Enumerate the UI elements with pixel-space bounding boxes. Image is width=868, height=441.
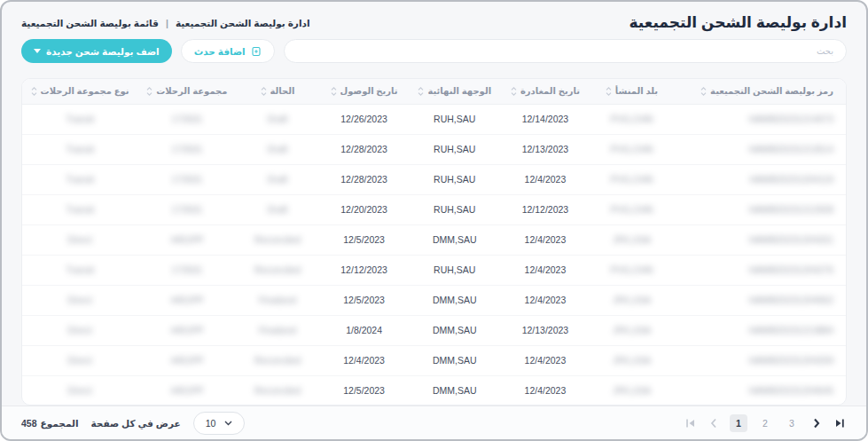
cell-group: 172931	[137, 134, 236, 164]
page-size-group: 10 عرض في كل صفحة المجموع 458	[21, 412, 245, 435]
table-row[interactable]: HAWB20231204276PVG,CHN12/4/2023RUH,SAU12…	[22, 255, 846, 285]
cell-origin: JFK,USA	[590, 224, 673, 255]
column-header-code[interactable]: رمز بوليصة الشحن التجميعية	[673, 79, 846, 104]
cell-destination: RUH,SAU	[410, 164, 500, 194]
table-row[interactable]: HAWB20231213514PVG,CHN12/13/2023RUH,SAU1…	[22, 134, 846, 164]
table-body: HAWB20231214073PVG,CHN12/14/2023RUH,SAU1…	[22, 104, 846, 406]
cell-destination: DMM,SAU	[410, 315, 500, 345]
column-header-destination[interactable]: الوجهة النهائية	[410, 79, 500, 104]
pagination: 123	[684, 414, 847, 432]
first-page-button[interactable]	[684, 416, 698, 430]
cell-departure: 12/4/2023	[500, 224, 590, 255]
page-numbers: 123	[730, 414, 801, 432]
total-value: 458	[21, 418, 37, 429]
table-row[interactable]: HAWB20231204562JFK,USA12/4/2023DMM,SAU12…	[22, 285, 846, 315]
add-event-icon	[251, 45, 262, 57]
sort-icon[interactable]	[700, 86, 707, 97]
prev-page-button[interactable]	[708, 416, 719, 430]
cell-departure: 12/14/2023	[500, 104, 590, 134]
sort-icon[interactable]	[261, 86, 267, 97]
column-label-departure: تاريخ المغادرة	[520, 86, 580, 96]
column-label-origin: بلد المنشأ	[615, 86, 658, 96]
cell-departure: 12/13/2023	[500, 134, 590, 164]
add-new-bol-button[interactable]: اضف بوليصة شحن جديدة	[21, 39, 172, 63]
sort-icon[interactable]	[418, 86, 424, 97]
table-row[interactable]: HAWB20231212928PVG,CHN12/12/2023RUH,SAU1…	[22, 194, 846, 224]
page-size-select[interactable]: 10	[193, 412, 246, 435]
cell-departure: 12/4/2023	[500, 255, 590, 285]
add-event-button[interactable]: اضافة حدث	[181, 39, 275, 63]
column-header-group[interactable]: مجموعة الرحلات	[137, 79, 236, 104]
cell-group_type: Transit	[22, 104, 137, 134]
cell-arrival: 12/28/2023	[318, 164, 409, 194]
page-title: ادارة بوليصة الشحن التجميعية	[629, 13, 847, 32]
caret-down-icon	[34, 49, 41, 53]
cell-origin: PVG,CHN	[590, 134, 673, 164]
cell-code: HAWB20231204119	[673, 164, 846, 194]
table-row[interactable]: HAWB20231204645JFK,USA12/4/2023DMM,SAU12…	[22, 375, 846, 406]
cell-departure: 12/4/2023	[500, 285, 590, 315]
sort-icon[interactable]	[331, 86, 337, 97]
add-event-label: اضافة حدث	[194, 46, 246, 57]
column-header-departure[interactable]: تاريخ المغادرة	[500, 79, 590, 104]
cell-group: 4451PP	[137, 224, 236, 255]
column-header-status[interactable]: الحالة	[237, 79, 319, 104]
cell-destination: DMM,SAU	[410, 285, 500, 315]
cell-group: 172931	[137, 164, 236, 194]
footer: 123 10 عرض في كل صفحة المجموع	[2, 406, 866, 439]
last-page-button[interactable]	[833, 416, 847, 430]
cell-departure: 12/13/2023	[500, 315, 590, 345]
sort-icon[interactable]	[606, 86, 612, 97]
cell-destination: DMM,SAU	[410, 375, 500, 406]
sort-icon[interactable]	[511, 86, 517, 97]
table-row[interactable]: HAWB20231204209JFK,USA12/4/2023DMM,SAU12…	[22, 345, 846, 375]
column-header-group_type[interactable]: نوع مجموعة الرحلات	[22, 79, 137, 104]
cell-status: Draft	[237, 164, 319, 194]
chevron-down-icon	[224, 421, 232, 426]
cell-group: 172931	[137, 104, 236, 134]
bol-table: رمز بوليصة الشحن التجميعيةبلد المنشأتاري…	[22, 79, 846, 406]
cell-destination: RUH,SAU	[410, 104, 500, 134]
cell-destination: RUH,SAU	[410, 194, 500, 224]
cell-status: Draft	[237, 134, 319, 164]
page-size-label: عرض في كل صفحة	[90, 418, 180, 429]
column-header-origin[interactable]: بلد المنشأ	[590, 79, 673, 104]
cell-destination: DMM,SAU	[410, 224, 500, 255]
sort-icon[interactable]	[146, 86, 152, 97]
cell-arrival: 12/28/2023	[318, 134, 409, 164]
total-label: المجموع	[41, 418, 79, 429]
breadcrumb: ادارة بوليصة الشحن التجميعية | قائمة بول…	[21, 18, 309, 28]
breadcrumb-parent[interactable]: ادارة بوليصة الشحن التجميعية	[176, 18, 310, 28]
cell-status: Draft	[237, 104, 319, 134]
search-input[interactable]	[284, 39, 847, 63]
cell-status: Finalized	[237, 315, 319, 345]
sort-icon[interactable]	[31, 86, 37, 97]
cell-status: Reconciled	[237, 255, 319, 285]
cell-status: Draft	[237, 194, 319, 224]
table-header-row: رمز بوليصة الشحن التجميعيةبلد المنشأتاري…	[22, 79, 846, 104]
table-row[interactable]: HAWB20231204119PVG,CHN12/4/2023RUH,SAU12…	[22, 164, 846, 194]
cell-origin: PVG,CHN	[590, 104, 673, 134]
cell-origin: JFK,USA	[590, 315, 673, 345]
column-label-arrival: تاريخ الوصول	[340, 86, 398, 96]
app-window: ادارة بوليصة الشحن التجميعية ادارة بوليص…	[0, 0, 868, 441]
next-page-button[interactable]	[811, 416, 822, 430]
cell-group_type: Transit	[22, 255, 137, 285]
table-row[interactable]: HAWB20231214073PVG,CHN12/14/2023RUH,SAU1…	[22, 104, 846, 134]
cell-destination: RUH,SAU	[410, 255, 500, 285]
prev-page-icon	[710, 418, 717, 429]
cell-origin: PVG,CHN	[590, 255, 673, 285]
page-number-3[interactable]: 3	[783, 414, 801, 432]
cell-origin: JFK,USA	[590, 285, 673, 315]
page-number-1[interactable]: 1	[730, 414, 747, 432]
table-row[interactable]: HAWB20231213884JFK,USA12/13/2023DMM,SAU1…	[22, 315, 846, 345]
column-header-arrival[interactable]: تاريخ الوصول	[318, 79, 409, 104]
cell-group: 172931	[137, 194, 236, 224]
cell-group: 4451PP	[137, 345, 236, 375]
page-number-2[interactable]: 2	[756, 414, 774, 432]
page-size-value: 10	[206, 418, 216, 429]
cell-arrival: 12/5/2023	[318, 375, 409, 406]
table-row[interactable]: HAWB20231204331JFK,USA12/4/2023DMM,SAU12…	[22, 224, 846, 255]
cell-group_type: Direct	[22, 315, 137, 345]
cell-arrival: 12/20/2023	[318, 194, 409, 224]
